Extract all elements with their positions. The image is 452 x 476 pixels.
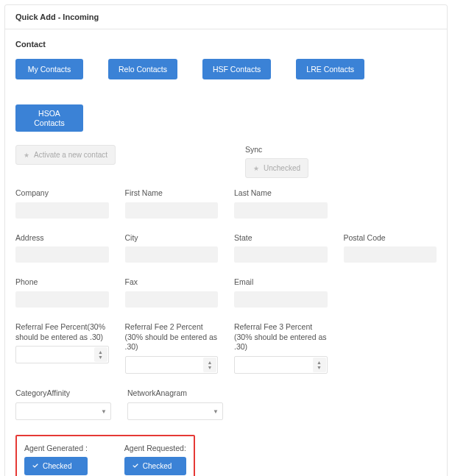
state-label: State [234,233,328,244]
relo-contacts-button[interactable]: Relo Contacts [108,59,177,79]
spinner-icon[interactable]: ▲▼ [94,347,107,362]
company-label: Company [15,188,109,199]
agent-requested-label: Agent Requested: [124,444,186,452]
referral-fee-3-label: Referral Fee 3 Percent (30% should be en… [234,322,328,352]
agent-highlight-box: Agent Generated : Checked Agent Requeste… [15,435,195,476]
lre-contacts-button[interactable]: LRE Contacts [296,59,364,79]
sync-button[interactable]: ★ Unchecked [245,158,308,178]
category-affinity-select[interactable]: ▼ [15,402,111,420]
city-label: City [125,233,219,244]
hsf-contacts-button[interactable]: HSF Contacts [202,59,271,79]
email-input[interactable] [234,291,328,308]
last-name-label: Last Name [234,188,328,199]
my-contacts-button[interactable]: My Contacts [15,59,83,79]
star-icon: ★ [253,165,259,172]
activate-contact-button[interactable]: ★ Activate a new contact [15,145,116,165]
checked-label: Checked [143,462,172,470]
checked-label: Checked [43,462,71,470]
phone-input[interactable] [15,291,109,308]
email-label: Email [234,277,328,288]
referral-fee-2-label: Referral Fee 2 Percent (30% should be en… [125,322,219,352]
state-input[interactable] [234,246,328,263]
activate-contact-label: Activate a new contact [34,151,107,159]
company-input[interactable] [15,202,109,219]
network-anagram-label: NetworkAnagram [127,388,223,399]
address-input[interactable] [15,246,109,263]
check-icon [32,462,39,469]
referral-fee-1-label: Referral Fee Percent(30% should be enter… [15,322,109,342]
spinner-icon[interactable]: ▲▼ [203,358,216,372]
first-name-input[interactable] [125,202,219,219]
spinner-icon[interactable]: ▲▼ [313,358,326,372]
agent-generated-checked-button[interactable]: Checked [24,457,88,475]
chevron-down-icon: ▼ [101,408,107,414]
category-affinity-label: CategoryAffinity [15,388,111,399]
postal-input[interactable] [344,246,437,263]
network-anagram-select[interactable]: ▼ [127,402,223,420]
chevron-down-icon: ▼ [213,408,219,414]
star-icon: ★ [24,152,29,159]
address-label: Address [15,233,109,244]
city-input[interactable] [125,246,219,263]
card-body: Contact My Contacts Relo Contacts HSF Co… [5,29,447,476]
agent-requested-checked-button[interactable]: Checked [124,457,186,475]
agent-generated-label: Agent Generated : [24,444,88,452]
phone-label: Phone [15,277,109,288]
postal-label: Postal Code [344,233,437,244]
contact-type-buttons: My Contacts Relo Contacts HSF Contacts L… [15,59,437,132]
contact-section-title: Contact [15,40,437,49]
quick-add-card: Quick Add - Incoming Contact My Contacts… [4,4,448,476]
last-name-input[interactable] [234,202,328,219]
check-icon [132,462,139,469]
card-title: Quick Add - Incoming [5,5,447,29]
first-name-label: First Name [125,188,219,199]
fax-label: Fax [125,277,219,288]
fax-input[interactable] [125,291,219,308]
hsoa-contacts-button[interactable]: HSOA Contacts [15,104,83,132]
sync-button-label: Unchecked [264,164,300,172]
sync-label: Sync [245,145,348,154]
